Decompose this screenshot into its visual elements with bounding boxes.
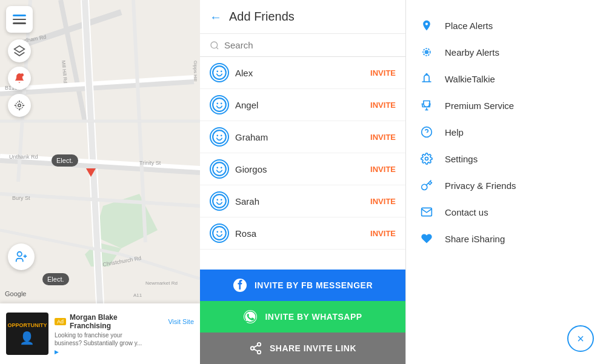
sidebar-item-label: Help xyxy=(445,127,464,137)
svg-point-28 xyxy=(21,74,24,77)
sidebar-item-share-isharing[interactable]: Share iSharing xyxy=(418,225,594,252)
svg-point-52 xyxy=(216,231,218,233)
share-icon xyxy=(249,342,262,355)
search-input[interactable] xyxy=(224,40,396,50)
svg-line-35 xyxy=(216,47,218,49)
svg-text:A11: A11 xyxy=(133,293,142,298)
friend-item[interactable]: Sarah INVITE xyxy=(200,185,405,217)
sidebar-item-settings[interactable]: Settings xyxy=(418,145,594,172)
invite-whatsapp-button[interactable]: INVITE BY WHATSAPP xyxy=(200,301,405,333)
friend-item[interactable]: Graham INVITE xyxy=(200,121,405,153)
map-pin-1: Elect. xyxy=(52,154,78,167)
sidebar-item-premium-service[interactable]: Premium Service xyxy=(418,92,594,119)
invite-button[interactable]: INVITE xyxy=(370,68,396,78)
friend-avatar xyxy=(210,223,229,243)
fb-icon xyxy=(233,278,247,293)
ad-company: Morgan BlakeFranchising xyxy=(70,313,118,330)
invite-button[interactable]: INVITE xyxy=(370,165,396,174)
walkie-talkie-icon xyxy=(418,73,435,85)
close-button[interactable]: × xyxy=(567,325,594,352)
back-button[interactable]: ← xyxy=(210,11,222,23)
svg-point-31 xyxy=(18,252,22,256)
svg-point-36 xyxy=(213,66,226,79)
svg-point-48 xyxy=(213,194,226,208)
svg-point-64 xyxy=(426,74,427,75)
svg-point-37 xyxy=(216,71,218,73)
friend-item[interactable]: Angel INVITE xyxy=(200,89,405,121)
privacy-icon xyxy=(418,179,435,191)
add-friend-map-button[interactable] xyxy=(8,243,35,270)
friend-name: Giorgos xyxy=(235,164,370,174)
map-pin-2: Elect. xyxy=(42,273,69,285)
google-logo: Google xyxy=(5,290,26,297)
my-location-button[interactable] xyxy=(8,94,31,117)
svg-point-53 xyxy=(221,231,222,233)
invite-button[interactable]: INVITE xyxy=(370,101,396,110)
sidebar-item-privacy-and-friends[interactable]: Privacy & Friends xyxy=(418,172,594,199)
svg-point-40 xyxy=(216,103,218,105)
sidebar-item-contact-us[interactable]: Contact us xyxy=(418,199,594,225)
sidebar-item-label: Privacy & Friends xyxy=(445,180,516,191)
ad-description: Looking to franchise yourbusiness? Subst… xyxy=(55,331,194,347)
friend-item[interactable]: Rosa INVITE xyxy=(200,217,405,250)
svg-point-43 xyxy=(216,135,218,137)
invite-fb-button[interactable]: INVITE BY FB MESSENGER xyxy=(200,270,405,301)
hamburger-menu-button[interactable] xyxy=(6,6,33,33)
friend-avatar xyxy=(210,159,229,179)
ad-footer-icon: ▶ xyxy=(55,349,194,355)
share-link-label: SHARE INVITE LINK xyxy=(270,343,356,353)
svg-point-30 xyxy=(16,102,23,109)
smiley-icon xyxy=(211,225,227,241)
svg-text:Newmarket Rd: Newmarket Rd xyxy=(145,280,178,286)
svg-point-39 xyxy=(213,98,226,111)
svg-point-49 xyxy=(216,199,218,201)
friend-name: Alex xyxy=(235,68,370,78)
sidebar-item-label: WalkieTalkie xyxy=(445,74,495,84)
invite-button[interactable]: INVITE xyxy=(370,197,396,206)
sidebar-item-place-alerts[interactable]: Place Alerts xyxy=(418,12,594,39)
svg-point-38 xyxy=(221,71,222,73)
location-pin-icon xyxy=(418,19,435,31)
sidebar-item-nearby-alerts[interactable]: Nearby Alerts xyxy=(418,39,594,65)
friend-avatar xyxy=(210,95,229,114)
nearby-icon xyxy=(418,46,435,58)
panel-title: Add Friends xyxy=(229,10,295,24)
map-triangle xyxy=(86,168,96,177)
friend-item[interactable]: Giorgos INVITE xyxy=(200,153,405,185)
invite-fb-label: INVITE BY FB MESSENGER xyxy=(255,280,373,290)
right-sidebar: Place Alerts Nearby Alerts WalkieTalkie … xyxy=(406,0,606,364)
help-icon xyxy=(418,126,435,138)
invite-button[interactable]: INVITE xyxy=(370,229,396,238)
svg-point-57 xyxy=(251,346,255,350)
smiley-icon xyxy=(211,97,227,113)
invite-actions: INVITE BY FB MESSENGER INVITE BY WHATSAP… xyxy=(200,270,405,364)
svg-point-44 xyxy=(221,135,222,137)
sidebar-item-help[interactable]: Help xyxy=(418,119,594,145)
svg-point-51 xyxy=(213,227,226,240)
search-box xyxy=(200,34,405,57)
whatsapp-icon xyxy=(243,309,258,324)
friend-name: Rosa xyxy=(235,228,370,239)
friend-item[interactable]: Alex INVITE xyxy=(200,57,405,89)
smiley-icon xyxy=(211,129,227,145)
sidebar-item-label: Nearby Alerts xyxy=(445,47,499,58)
svg-point-58 xyxy=(258,351,261,354)
mail-icon xyxy=(418,206,435,218)
share-link-button[interactable]: SHARE INVITE LINK xyxy=(200,333,405,364)
layers-button[interactable] xyxy=(8,39,31,62)
svg-point-50 xyxy=(221,199,222,201)
smiley-icon xyxy=(211,193,227,209)
sidebar-item-label: Place Alerts xyxy=(445,21,493,31)
svg-text:Bury St: Bury St xyxy=(12,195,30,201)
invite-button[interactable]: INVITE xyxy=(370,133,396,142)
svg-point-46 xyxy=(216,167,218,169)
ad-visit-site[interactable]: Visit Site xyxy=(168,318,194,325)
ad-label: Ad xyxy=(55,318,66,325)
svg-point-29 xyxy=(18,104,21,107)
friend-name: Angel xyxy=(235,100,370,110)
alert-bell-button[interactable] xyxy=(8,67,31,90)
sidebar-item-walkietalkie[interactable]: WalkieTalkie xyxy=(418,65,594,92)
trophy-icon xyxy=(418,99,435,111)
sidebar-item-label: Premium Service xyxy=(445,101,514,111)
svg-point-56 xyxy=(258,343,261,346)
